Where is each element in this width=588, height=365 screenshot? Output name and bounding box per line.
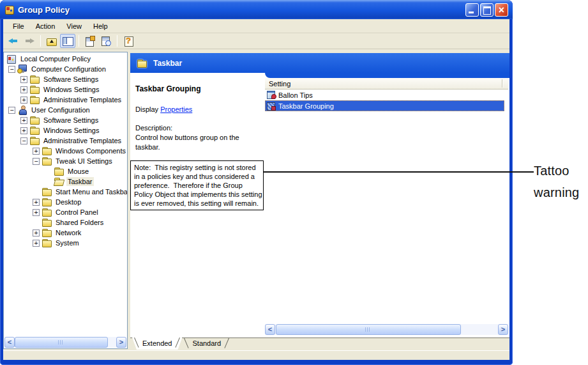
setting-row-taskbar-grouping[interactable]: Taskbar Grouping xyxy=(265,100,504,111)
toolbar-separator xyxy=(40,35,41,47)
folder-icon xyxy=(41,208,52,217)
tree-item-system[interactable]: +System xyxy=(4,238,127,248)
titlebar[interactable]: Group Policy xyxy=(0,0,513,19)
tree-horizontal-scrollbar[interactable] xyxy=(4,337,126,348)
tree-expand-icon[interactable]: + xyxy=(33,199,40,206)
tab-extended[interactable]: Extended xyxy=(132,338,182,350)
tree-item-taskbar[interactable]: Taskbar xyxy=(4,176,127,187)
tree-indent xyxy=(45,171,54,172)
tree-item-shared-folders[interactable]: Shared Folders xyxy=(4,217,127,228)
tree-collapse-icon[interactable]: − xyxy=(20,137,27,144)
scrollbar-thumb[interactable] xyxy=(15,337,108,348)
tree-item-computer-configuration[interactable]: −Computer Configuration xyxy=(4,64,127,74)
tree-expand-icon[interactable]: + xyxy=(33,240,40,247)
tree-item-software-settings[interactable]: +Software Settings xyxy=(4,115,127,125)
menu-help[interactable]: Help xyxy=(87,21,114,31)
scroll-left-button[interactable] xyxy=(4,337,15,348)
tree-expand-icon[interactable]: + xyxy=(33,229,40,237)
details-header-title: Taskbar xyxy=(153,59,182,68)
tree-indent xyxy=(4,192,33,192)
tree-item-tweak-ui-settings[interactable]: −Tweak UI Settings xyxy=(4,156,127,166)
console-icon xyxy=(6,54,17,63)
folder-icon xyxy=(41,198,52,206)
tree-item-user-configuration[interactable]: −User Configuration xyxy=(4,105,127,115)
description-line: Control how buttons group on the xyxy=(135,133,265,143)
tree-expand-icon[interactable]: + xyxy=(20,76,27,83)
folder-icon xyxy=(29,85,40,94)
scroll-left-button[interactable] xyxy=(265,324,275,335)
up-one-level-button[interactable] xyxy=(44,34,59,48)
tree-expand-icon[interactable]: + xyxy=(33,148,40,155)
tattoo-note-box: Note: This registry setting is not store… xyxy=(130,160,264,210)
tree-collapse-icon[interactable]: − xyxy=(33,158,40,165)
column-divider[interactable] xyxy=(502,79,502,88)
tree-item-label: Administrative Templates xyxy=(42,136,123,145)
setting-column-header[interactable]: Setting xyxy=(265,78,508,89)
console-tree-pane: Local Computer Policy−Computer Configura… xyxy=(3,52,128,349)
description-text: Control how buttons group on thetaskbar. xyxy=(135,133,265,152)
setting-row-ballon-tips[interactable]: Ballon Tips xyxy=(265,89,504,100)
tree-item-label: Windows Settings xyxy=(42,126,100,135)
folder-open-icon xyxy=(54,177,64,186)
scroll-right-button[interactable] xyxy=(116,337,126,348)
help-icon xyxy=(123,36,133,46)
tree-item-label: Shared Folders xyxy=(54,218,105,227)
export-list-button[interactable] xyxy=(98,34,114,48)
list-horizontal-scrollbar[interactable] xyxy=(265,324,508,335)
tree-expand-icon[interactable]: + xyxy=(33,209,40,216)
tree-indent xyxy=(4,100,20,100)
window-body: FileActionViewHelp Local Computer Policy… xyxy=(3,19,509,360)
group-policy-window: Group Policy FileActionViewHelp Local Co… xyxy=(0,0,513,365)
up-one-level-icon xyxy=(47,36,57,46)
show-console-tree-button[interactable] xyxy=(60,34,75,48)
menu-action[interactable]: Action xyxy=(30,21,61,31)
tree-item-windows-components[interactable]: +Windows Components xyxy=(4,146,127,156)
setting-row-label: Ballon Tips xyxy=(278,91,313,99)
folder-icon xyxy=(54,167,64,176)
tree-collapse-icon[interactable]: − xyxy=(8,66,15,73)
toolbar-separator xyxy=(79,35,79,47)
folder-icon xyxy=(29,126,40,135)
scroll-right-button[interactable] xyxy=(498,324,508,335)
properties-button[interactable] xyxy=(82,34,98,48)
tree-item-windows-settings[interactable]: +Windows Settings xyxy=(4,125,127,136)
tree-item-software-settings[interactable]: +Software Settings xyxy=(4,74,127,84)
minimize-button[interactable] xyxy=(465,3,479,17)
folder-icon xyxy=(29,116,40,125)
forward-button[interactable] xyxy=(22,34,37,48)
menu-view[interactable]: View xyxy=(61,21,87,31)
properties-link[interactable]: Properties xyxy=(160,105,192,113)
window-title: Group Policy xyxy=(18,5,465,15)
tree-item-administrative-templates[interactable]: −Administrative Templates xyxy=(4,136,127,146)
tree-item-windows-settings[interactable]: +Windows Settings xyxy=(4,84,127,95)
tree-indent xyxy=(4,182,45,182)
tree-item-start-menu-and-taskbar[interactable]: Start Menu and Taskbar xyxy=(4,187,127,197)
menu-file[interactable]: File xyxy=(7,21,30,31)
tree-indent xyxy=(4,120,20,121)
tree-expand-icon[interactable]: + xyxy=(20,117,27,124)
folder-icon xyxy=(41,157,52,166)
tree-item-administrative-templates[interactable]: +Administrative Templates xyxy=(4,95,127,105)
tree-expand-icon[interactable]: + xyxy=(20,97,27,104)
tree-item-network[interactable]: +Network xyxy=(4,228,127,238)
tree-expand-icon[interactable]: + xyxy=(20,86,27,93)
back-button[interactable] xyxy=(6,34,21,48)
tree-item-desktop[interactable]: +Desktop xyxy=(4,197,127,207)
tree-item-local-computer-policy[interactable]: Local Computer Policy xyxy=(4,54,127,64)
user-icon xyxy=(17,105,27,114)
note-line: Note: This registry setting is not store… xyxy=(134,163,260,172)
tree-item-label: Local Computer Policy xyxy=(19,54,92,63)
tree-indent xyxy=(33,192,41,192)
group-policy-app-icon xyxy=(4,5,15,15)
scrollbar-thumb[interactable] xyxy=(276,324,461,335)
tree-collapse-icon[interactable]: − xyxy=(8,107,15,114)
tab-standard[interactable]: Standard xyxy=(182,338,231,350)
tree-item-mouse[interactable]: Mouse xyxy=(4,166,127,176)
tree-item-control-panel[interactable]: +Control Panel xyxy=(4,207,127,217)
close-button[interactable] xyxy=(495,3,508,17)
tree-expand-icon[interactable]: + xyxy=(20,127,27,134)
maximize-button[interactable] xyxy=(480,3,494,17)
help-button[interactable] xyxy=(121,34,136,48)
folder-icon xyxy=(29,95,40,104)
tree-indent xyxy=(45,182,54,182)
